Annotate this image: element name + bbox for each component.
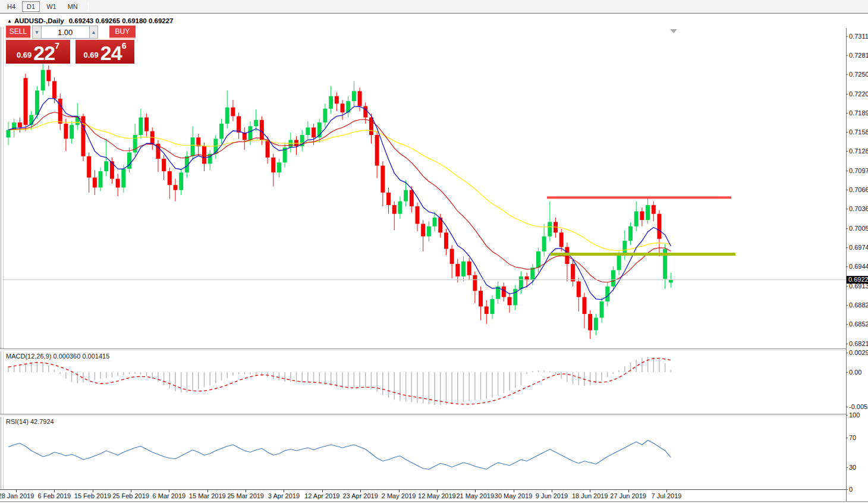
- one-click-trade-panel: SELL ▼ ▲ BUY 0.69 22 7 0.69 24 6: [6, 26, 136, 64]
- date-axis-label: 28 Jan 2019: [0, 492, 34, 499]
- price-axis-tick: 0.69440: [849, 263, 868, 270]
- support-hline[interactable]: [550, 253, 735, 256]
- candle: [144, 118, 149, 131]
- price-axis-tick-dash: [846, 171, 848, 171]
- candle: [7, 130, 11, 138]
- candle: [461, 262, 466, 276]
- chart-window: ▲AUDUSD-,Daily0.69243 0.69265 0.69180 0.…: [0, 13, 868, 503]
- buy-button[interactable]: BUY: [109, 26, 136, 39]
- macd-signal-line: [8, 358, 671, 404]
- price-axis-tick-dash: [846, 209, 848, 209]
- price-axis-tick: 0.72200: [849, 90, 868, 98]
- sell-button[interactable]: SELL: [6, 26, 30, 39]
- candle: [646, 205, 650, 220]
- macd-axis-tick-dash: [846, 353, 848, 353]
- price-axis-tick-dash: [846, 74, 848, 75]
- candle: [479, 291, 483, 306]
- candle: [219, 124, 224, 139]
- rsi-axis-tick-dash: [846, 415, 848, 416]
- volume-decrease-button[interactable]: ▼: [32, 26, 41, 39]
- candle: [116, 179, 120, 188]
- candle: [254, 120, 258, 127]
- sell-price-pips: 22: [33, 44, 55, 62]
- price-axis-tick-dash: [846, 94, 848, 95]
- price-axis[interactable]: 0.69227 0.731150.728100.725050.722000.71…: [846, 28, 868, 501]
- candle: [363, 106, 367, 118]
- candle: [271, 158, 275, 172]
- rsi-axis-tick-dash: [846, 467, 848, 468]
- candle: [24, 78, 28, 125]
- rsi-axis-tick: 0: [849, 486, 853, 493]
- rsi-line: [8, 441, 671, 470]
- date-axis-label: 12 May 2019: [418, 492, 456, 499]
- candle: [450, 249, 454, 264]
- candle: [323, 109, 327, 122]
- candle: [594, 317, 598, 330]
- price-axis-tick-dash: [846, 190, 848, 190]
- candle: [605, 287, 609, 301]
- volume-increase-button[interactable]: ▲: [89, 26, 98, 39]
- buy-price-point: 6: [122, 41, 127, 51]
- price-axis-tick: 0.71890: [849, 109, 868, 117]
- candle: [358, 91, 362, 106]
- candle: [600, 301, 604, 317]
- macd-axis-tick-dash: [846, 407, 848, 407]
- candle: [519, 276, 523, 289]
- chart-shift-marker-icon[interactable]: [670, 29, 677, 33]
- sell-price-base: 0.69: [17, 51, 32, 59]
- candle: [640, 211, 644, 220]
- buy-price-quote[interactable]: 0.69 24 6: [76, 40, 134, 64]
- candle: [433, 218, 437, 227]
- candle: [35, 90, 39, 115]
- candle: [64, 124, 68, 139]
- resistance-hline[interactable]: [547, 196, 731, 199]
- candle: [467, 262, 471, 275]
- candle: [652, 205, 656, 214]
- candlestick-canvas[interactable]: [4, 28, 846, 348]
- rsi-canvas[interactable]: [4, 417, 846, 489]
- candle: [168, 171, 172, 185]
- timeframe-button-mn[interactable]: MN: [63, 1, 83, 12]
- date-axis-label: 12 Apr 2019: [304, 492, 339, 499]
- price-chart-panel[interactable]: [4, 28, 846, 348]
- rsi-axis-tick: 70: [849, 434, 856, 441]
- candle: [657, 214, 661, 239]
- macd-panel[interactable]: MACD(12,26,9) 0.000360 0.001415: [4, 351, 846, 414]
- price-axis-tick: 0.71585: [849, 128, 868, 136]
- candle: [485, 306, 489, 314]
- date-axis-label: 6 Feb 2019: [38, 492, 71, 499]
- price-axis-tick: 0.68210: [849, 340, 868, 347]
- macd-axis-tick: -0.00525: [849, 403, 868, 410]
- candle: [202, 146, 206, 164]
- candle: [139, 118, 143, 135]
- candle: [634, 211, 639, 226]
- date-axis-label: 7 Jul 2019: [652, 492, 682, 499]
- timeframe-button-w1[interactable]: W1: [42, 1, 61, 12]
- candle: [76, 116, 80, 125]
- candle: [375, 135, 379, 166]
- candle: [444, 232, 448, 249]
- timeframe-button-h4[interactable]: H4: [2, 1, 20, 12]
- candle: [588, 314, 592, 330]
- candle: [174, 185, 178, 190]
- date-axis[interactable]: 28 Jan 20196 Feb 201915 Feb 201925 Feb 2…: [0, 489, 846, 501]
- rsi-panel[interactable]: RSI(14) 42.7924: [4, 417, 846, 489]
- price-axis-tick: 0.68825: [849, 301, 868, 309]
- candle: [52, 81, 56, 98]
- candle: [508, 297, 512, 306]
- timeframe-button-d1[interactable]: D1: [22, 1, 40, 12]
- date-axis-label: 25 Mar 2019: [227, 492, 264, 499]
- candle: [628, 227, 633, 241]
- price-axis-tick-dash: [846, 266, 848, 267]
- candle: [191, 137, 195, 156]
- candle: [611, 270, 615, 286]
- candle: [583, 297, 587, 314]
- macd-canvas[interactable]: [4, 351, 846, 414]
- macd-label: MACD(12,26,9) 0.000360 0.001415: [6, 353, 109, 360]
- price-axis-tick-dash: [846, 305, 848, 306]
- candle: [277, 162, 281, 172]
- sell-price-quote[interactable]: 0.69 22 7: [6, 40, 70, 64]
- timeframe-toolbar: H4D1W1MN: [0, 0, 868, 13]
- volume-input[interactable]: [42, 26, 89, 39]
- chart-ohlc-values: 0.69243 0.69265 0.69180 0.69227: [69, 17, 174, 24]
